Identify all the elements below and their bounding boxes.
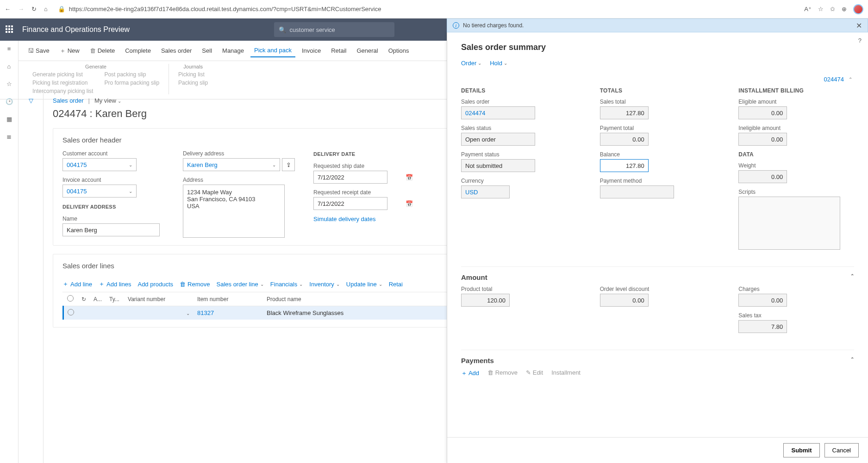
address-url[interactable]: https://comme2e-tie-ring2a9136f7d174e86d… [69, 6, 381, 12]
installment-heading: INSTALLMENT BILLING [738, 87, 854, 94]
save-button[interactable]: 🖫Save [24, 44, 53, 57]
left-rail: ≡ ⌂ ☆ 🕑 ▦ ≣ [0, 41, 19, 99]
order-number-link[interactable]: 024474 [824, 76, 844, 83]
ribbon-journal-packing-slip[interactable]: Packing slip [178, 80, 208, 86]
tab-sales-order[interactable]: Sales order [157, 44, 195, 57]
nav-star-icon[interactable]: ☆ [5, 80, 13, 88]
collections-icon[interactable]: ⊕ [842, 6, 847, 12]
app-search[interactable]: 🔍 customer service [274, 22, 394, 37]
crumb-my-view[interactable]: My view ⌄ [94, 97, 122, 99]
details-column: DETAILS Sales order024474 Sales statusOp… [461, 87, 577, 99]
tab-options[interactable]: Options [385, 44, 413, 57]
search-text: customer service [290, 26, 335, 33]
new-button[interactable]: ＋New [56, 44, 83, 58]
eligible-label: Eligible amount [738, 99, 854, 99]
plus-icon: ＋ [60, 47, 66, 55]
search-icon: 🔍 [279, 26, 286, 33]
chevron-up-icon[interactable]: ⌃ [849, 77, 852, 82]
info-bar: i No tiered charges found. ✕ [447, 19, 868, 32]
complete-button[interactable]: Complete [121, 44, 155, 57]
ribbon-proforma-packing-slip[interactable]: Pro forma packing slip [104, 80, 159, 86]
app-title: Finance and Operations Preview [22, 25, 130, 34]
order-menu[interactable]: Order⌄ [461, 60, 481, 67]
totals-column: TOTALS Sales total127.80 Payment total0.… [600, 87, 716, 99]
help-icon[interactable]: ? [858, 37, 862, 44]
ribbon-group-title: Generate [32, 64, 159, 69]
waffle-icon[interactable] [6, 25, 14, 34]
ribbon-group-journals: Journals Picking list Packing slip [169, 64, 217, 94]
ribbon-journal-picking-list[interactable]: Picking list [178, 71, 208, 78]
tab-pick-and-pack[interactable]: Pick and pack [250, 44, 295, 57]
tab-retail[interactable]: Retail [327, 44, 350, 57]
favorites-bar-icon[interactable]: ✩ [830, 6, 835, 12]
delete-button[interactable]: 🗑Delete [86, 44, 119, 57]
ribbon-group-title: Journals [178, 64, 208, 69]
details-heading: DETAILS [461, 87, 577, 94]
chevron-down-icon: ⌄ [504, 61, 507, 66]
filter-column: ▽ [19, 91, 44, 99]
nav-home-icon[interactable]: ⌂ [5, 62, 13, 70]
chevron-down-icon: ⌄ [118, 99, 121, 99]
close-icon[interactable]: ✕ [856, 21, 862, 30]
crumb-sales-order[interactable]: Sales order [53, 97, 83, 99]
trash-icon: 🗑 [90, 47, 96, 54]
tab-general[interactable]: General [353, 44, 381, 57]
save-icon: 🖫 [28, 47, 34, 54]
ribbon-picking-list-registration[interactable]: Picking list registration [32, 80, 93, 86]
crumb-separator: | [88, 97, 89, 99]
ribbon-generate-picking-list[interactable]: Generate picking list [32, 71, 93, 78]
info-message: No tiered charges found. [463, 22, 524, 29]
ribbon-post-packing-slip[interactable]: Post packing slip [104, 71, 159, 78]
sales-total-label: Sales total [600, 99, 716, 99]
sales-order-summary-panel: Sales order summary Order⌄ Hold⌄ 024474 … [447, 32, 868, 99]
favorite-icon[interactable]: ☆ [818, 6, 824, 12]
info-icon: i [453, 22, 459, 29]
read-aloud-icon[interactable]: A⁺ [804, 6, 812, 12]
tab-invoice[interactable]: Invoice [298, 44, 325, 57]
back-icon[interactable]: ← [5, 6, 11, 12]
installment-column: INSTALLMENT BILLING Eligible amount0.00 … [738, 87, 854, 99]
hamburger-icon[interactable]: ≡ [5, 44, 13, 53]
tab-sell[interactable]: Sell [198, 44, 216, 57]
ribbon-group-generate: Generate Generate picking list Picking l… [23, 64, 169, 94]
refresh-icon[interactable]: ↻ [31, 6, 37, 12]
chevron-down-icon: ⌄ [478, 61, 481, 66]
filter-icon[interactable]: ▽ [29, 97, 33, 99]
browser-chrome: ← → ↻ ⌂ 🔒 https://comme2e-tie-ring2a9136… [0, 0, 868, 19]
nav-recent-icon[interactable]: 🕑 [5, 97, 13, 99]
forward-icon[interactable]: → [18, 6, 24, 12]
profile-avatar[interactable] [853, 4, 863, 14]
tab-manage[interactable]: Manage [219, 44, 248, 57]
sales-order-label: Sales order [461, 99, 577, 99]
hold-menu[interactable]: Hold⌄ [490, 60, 507, 67]
sidepanel-title: Sales order summary [461, 43, 854, 52]
home-icon[interactable]: ⌂ [44, 6, 48, 12]
lock-icon: 🔒 [58, 6, 65, 12]
totals-heading: TOTALS [600, 87, 716, 94]
